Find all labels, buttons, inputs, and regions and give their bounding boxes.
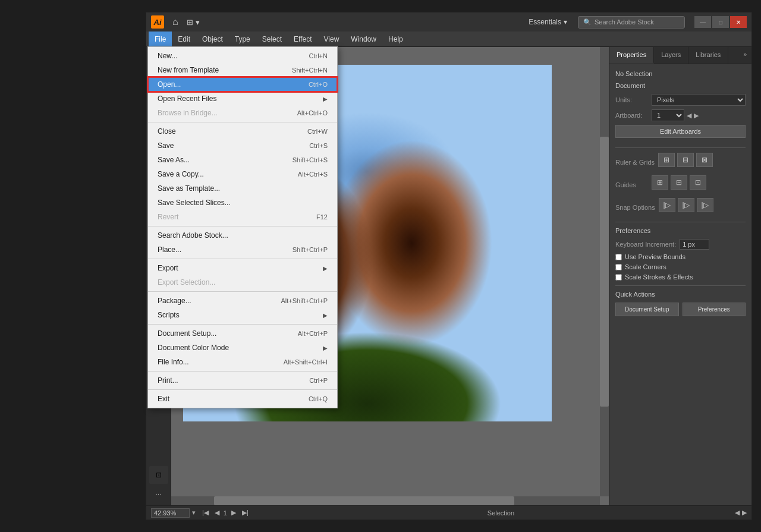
panel-expand-icon[interactable]: » — [738, 47, 751, 64]
menu-item-effect[interactable]: Effect — [288, 32, 317, 46]
snap-3-btn[interactable]: |▷ — [697, 198, 713, 212]
menu-item-exit[interactable]: Exit Ctrl+Q — [148, 392, 337, 406]
menu-item-file[interactable]: File — [149, 32, 172, 46]
zoom-input[interactable] — [151, 508, 190, 518]
menu-item-package[interactable]: Package... Alt+Shift+Ctrl+P — [148, 294, 337, 308]
grid-icon-btn[interactable]: ⊟ — [677, 153, 694, 167]
menu-item-save-as[interactable]: Save As... Shift+Ctrl+S — [148, 153, 337, 167]
menu-es-label: Export Selection... — [158, 278, 215, 287]
menu-item-save-slices[interactable]: Save Selected Slices... — [148, 196, 337, 210]
menu-ds-shortcut: Alt+Ctrl+P — [298, 330, 328, 337]
menu-item-print[interactable]: Print... Ctrl+P — [148, 373, 337, 388]
artboard-label: Artboard: — [615, 112, 648, 119]
menu-item-save[interactable]: Save Ctrl+S — [148, 138, 337, 153]
vertical-scrollbar-thumb[interactable] — [600, 137, 609, 407]
scale-strokes-row: Scale Strokes & Effects — [615, 273, 746, 281]
guides-clear-btn[interactable]: ⊡ — [690, 175, 706, 190]
scale-strokes-checkbox[interactable] — [615, 274, 622, 281]
keyboard-increment-input[interactable] — [680, 239, 709, 250]
menu-exit-label: Exit — [158, 395, 169, 403]
status-arrow-left[interactable]: ◀ — [735, 509, 740, 517]
status-arrow-right[interactable]: ▶ — [742, 509, 747, 517]
menu-item-doc-setup[interactable]: Document Setup... Alt+Ctrl+P — [148, 326, 337, 341]
menu-item-save-template[interactable]: Save as Template... — [148, 181, 337, 196]
menu-new-shortcut: Ctrl+N — [309, 52, 328, 59]
tab-libraries[interactable]: Libraries — [688, 47, 728, 64]
doc-setup-button[interactable]: Document Setup — [615, 303, 679, 316]
menu-sc-shortcut: Alt+Ctrl+S — [298, 171, 328, 178]
close-button[interactable]: ✕ — [730, 16, 747, 28]
menu-revert-shortcut: F12 — [316, 213, 328, 221]
restore-button[interactable]: □ — [712, 16, 729, 28]
menu-item-scripts[interactable]: Scripts ▶ — [148, 308, 337, 322]
menu-item-view[interactable]: View — [318, 32, 345, 46]
menu-bar: File Edit Object Type Select Effect View… — [146, 32, 751, 47]
minimize-button[interactable]: — — [694, 16, 711, 28]
menu-item-search-stock[interactable]: Search Adobe Stock... — [148, 228, 337, 243]
menu-item-doc-color[interactable]: Document Color Mode ▶ — [148, 341, 337, 355]
use-preview-bounds-checkbox[interactable] — [615, 254, 622, 260]
screen-mode-btn[interactable]: ⊡ — [149, 466, 168, 484]
next-artboard-btn[interactable]: ▶ — [229, 509, 238, 517]
menu-item-open[interactable]: Open... Ctrl+O — [148, 77, 337, 92]
workspace-icon-button[interactable]: ⊞ ▾ — [187, 18, 200, 27]
keyboard-increment-row: Keyboard Increment: — [615, 239, 746, 250]
menu-exit-shortcut: Ctrl+Q — [309, 395, 328, 402]
menu-item-open-recent[interactable]: Open Recent Files ▶ — [148, 92, 337, 106]
menu-scripts-arrow: ▶ — [323, 312, 328, 319]
snap-2-btn[interactable]: |▷ — [678, 198, 694, 212]
search-bar[interactable]: 🔍 Search Adobe Stock — [578, 16, 685, 29]
zoom-chevron[interactable]: ▾ — [192, 509, 196, 517]
menu-scripts-label: Scripts — [158, 311, 180, 319]
horizontal-scrollbar[interactable] — [171, 496, 600, 505]
menu-item-file-info[interactable]: File Info... Alt+Shift+Ctrl+I — [148, 355, 337, 369]
menu-item-type[interactable]: Type — [229, 32, 256, 46]
ruler-icon-btn[interactable]: ⊞ — [658, 153, 675, 167]
snap-1-btn[interactable]: |▷ — [659, 198, 675, 212]
home-button[interactable]: ⌂ — [169, 15, 182, 29]
menu-item-place[interactable]: Place... Shift+Ctrl+P — [148, 243, 337, 257]
divider-2 — [615, 222, 746, 222]
menu-item-close[interactable]: Close Ctrl+W — [148, 124, 337, 138]
transparency-icon-btn[interactable]: ⊠ — [696, 153, 713, 167]
essentials-chevron: ▾ — [564, 18, 567, 26]
menu-item-select[interactable]: Select — [256, 32, 288, 46]
units-select[interactable]: Pixels Inches Centimeters — [652, 94, 746, 106]
artboard-next-icon[interactable]: ▶ — [694, 112, 699, 119]
horizontal-scrollbar-thumb[interactable] — [214, 496, 514, 505]
menu-item-help[interactable]: Help — [382, 32, 409, 46]
menu-search-stock-label: Search Adobe Stock... — [158, 231, 228, 240]
scale-corners-row: Scale Corners — [615, 263, 746, 270]
preferences-button[interactable]: Preferences — [683, 303, 746, 316]
first-artboard-btn[interactable]: |◀ — [200, 509, 210, 517]
menu-print-shortcut: Ctrl+P — [309, 377, 328, 384]
menu-item-edit[interactable]: Edit — [172, 32, 196, 46]
extra-tools-btn[interactable]: ··· — [149, 485, 168, 503]
menu-sa-label: Save As... — [158, 156, 190, 164]
keyboard-increment-label: Keyboard Increment: — [615, 241, 676, 248]
menu-item-save-copy[interactable]: Save a Copy... Alt+Ctrl+S — [148, 167, 337, 181]
units-row: Units: Pixels Inches Centimeters — [615, 94, 746, 106]
scale-corners-checkbox[interactable] — [615, 264, 622, 270]
menu-item-new[interactable]: New... Ctrl+N — [148, 49, 337, 63]
guides-lock-btn[interactable]: ⊟ — [671, 175, 687, 190]
menu-item-export[interactable]: Export ▶ — [148, 261, 337, 275]
tab-properties[interactable]: Properties — [609, 47, 654, 64]
prev-artboard-btn[interactable]: ◀ — [213, 509, 221, 517]
menu-item-object[interactable]: Object — [196, 32, 229, 46]
sep-3 — [148, 259, 337, 259]
tab-layers[interactable]: Layers — [654, 47, 688, 64]
guides-label: Guides — [615, 181, 648, 188]
edit-artboards-button[interactable]: Edit Artboards — [615, 125, 746, 138]
status-bar: ▾ |◀ ◀ 1 ▶ ▶| Selection ◀ ▶ — [146, 505, 751, 520]
menu-item-window[interactable]: Window — [345, 32, 382, 46]
vertical-scrollbar[interactable] — [600, 47, 609, 496]
artboard-prev-icon[interactable]: ◀ — [687, 112, 691, 119]
last-artboard-btn[interactable]: ▶| — [240, 509, 250, 517]
artboard-controls: 1 ◀ ▶ — [652, 109, 699, 121]
artboard-select[interactable]: 1 — [652, 109, 684, 121]
menu-item-export-selection: Export Selection... — [148, 275, 337, 289]
menu-item-new-from-template[interactable]: New from Template Shift+Ctrl+N — [148, 63, 337, 77]
guides-show-btn[interactable]: ⊞ — [652, 175, 668, 190]
essentials-dropdown[interactable]: Essentials ▾ — [529, 18, 567, 26]
